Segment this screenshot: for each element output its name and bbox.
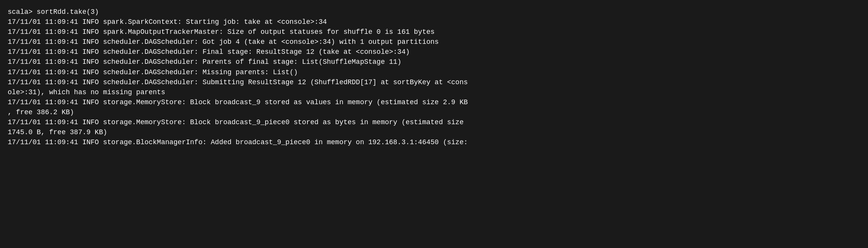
line-9b: 1745.0 B, free 387.9 KB) bbox=[8, 127, 860, 137]
line-5: 17/11/01 11:09:41 INFO scheduler.DAGSche… bbox=[8, 57, 860, 67]
line-3: 17/11/01 11:09:41 INFO scheduler.DAGSche… bbox=[8, 37, 860, 47]
line-2: 17/11/01 11:09:41 INFO spark.MapOutputTr… bbox=[8, 27, 860, 37]
line-4: 17/11/01 11:09:41 INFO scheduler.DAGSche… bbox=[8, 47, 860, 57]
line-8b: , free 386.2 KB) bbox=[8, 107, 860, 117]
line-8a: 17/11/01 11:09:41 INFO storage.MemorySto… bbox=[8, 97, 860, 107]
line-1: 17/11/01 11:09:41 INFO spark.SparkContex… bbox=[8, 17, 860, 27]
line-6: 17/11/01 11:09:41 INFO scheduler.DAGSche… bbox=[8, 67, 860, 77]
line-9a: 17/11/01 11:09:41 INFO storage.MemorySto… bbox=[8, 117, 860, 127]
line-10: 17/11/01 11:09:41 INFO storage.BlockMana… bbox=[8, 137, 860, 147]
line-7a: 17/11/01 11:09:41 INFO scheduler.DAGSche… bbox=[8, 77, 860, 87]
line-7b: ole>:31), which has no missing parents bbox=[8, 87, 860, 97]
terminal-window: scala> sortRdd.take(3)17/11/01 11:09:41 … bbox=[8, 7, 860, 147]
line-prompt: scala> sortRdd.take(3) bbox=[8, 7, 860, 17]
